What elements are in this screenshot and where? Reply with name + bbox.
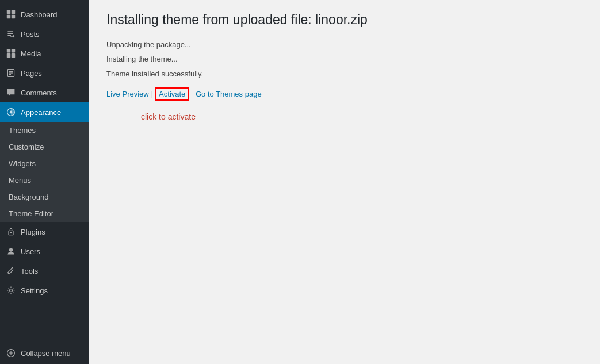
sidebar-sub-widgets[interactable]: Widgets — [0, 155, 89, 172]
message-install: Installing the theme... — [106, 53, 583, 65]
collapse-label: Collapse menu — [21, 349, 71, 358]
pages-label: Pages — [21, 69, 42, 78]
settings-icon — [6, 285, 16, 296]
sidebar-sub-theme-editor[interactable]: Theme Editor — [0, 205, 89, 222]
users-label: Users — [21, 247, 40, 256]
sidebar-item-appearance[interactable]: Appearance — [0, 102, 89, 122]
plugins-label: Plugins — [21, 228, 45, 236]
tools-label: Tools — [21, 267, 38, 275]
svg-point-13 — [10, 111, 13, 114]
sidebar-sub-menus[interactable]: Menus — [0, 172, 89, 189]
media-label: Media — [21, 49, 41, 58]
media-icon — [6, 48, 16, 59]
sidebar-sub-themes[interactable]: Themes — [0, 122, 89, 139]
dashboard-label: Dashboard — [21, 10, 58, 19]
plugins-icon — [6, 227, 16, 237]
appearance-label: Appearance — [21, 108, 61, 117]
svg-point-16 — [9, 248, 13, 251]
posts-label: Posts — [21, 30, 40, 39]
sidebar-item-pages[interactable]: Pages — [0, 63, 89, 83]
dashboard-icon — [6, 9, 16, 20]
sidebar-item-tools[interactable]: Tools — [0, 261, 89, 281]
page-title: Installing theme from uploaded file: lin… — [106, 12, 583, 29]
svg-rect-7 — [12, 53, 15, 58]
svg-point-17 — [10, 289, 13, 292]
sidebar-item-media[interactable]: Media — [0, 44, 89, 63]
sidebar-item-comments[interactable]: Comments — [0, 83, 89, 102]
pages-icon — [6, 68, 16, 78]
svg-rect-6 — [7, 53, 10, 58]
svg-rect-5 — [12, 49, 15, 53]
message-success: Theme installed successfully. — [106, 68, 583, 80]
posts-icon — [6, 29, 16, 39]
svg-rect-4 — [7, 49, 10, 53]
sidebar: Dashboard Posts Media Pages Comments — [0, 0, 89, 364]
click-hint: click to activate — [141, 112, 583, 121]
go-to-themes-link[interactable]: Go to Themes page — [196, 90, 262, 98]
main-content: Installing theme from uploaded file: lin… — [89, 0, 600, 364]
sidebar-sub-customize[interactable]: Customize — [0, 139, 89, 155]
users-icon — [6, 246, 16, 256]
activate-link-box[interactable]: Activate — [155, 87, 189, 101]
svg-rect-2 — [7, 15, 10, 18]
collapse-menu[interactable]: Collapse menu — [0, 342, 89, 364]
svg-rect-1 — [12, 10, 15, 14]
tools-icon — [6, 266, 16, 276]
svg-rect-3 — [12, 15, 15, 18]
comments-icon — [6, 87, 16, 98]
appearance-submenu: Themes Customize Widgets Menus Backgroun… — [0, 122, 89, 222]
sidebar-item-dashboard[interactable]: Dashboard — [0, 5, 89, 24]
activate-link[interactable]: Activate — [159, 90, 185, 98]
appearance-icon — [6, 107, 16, 117]
install-messages: Unpacking the package... Installing the … — [106, 39, 583, 80]
sidebar-sub-background[interactable]: Background — [0, 189, 89, 205]
sidebar-item-settings[interactable]: Settings — [0, 281, 89, 300]
link-separator2 — [191, 90, 193, 98]
link-separator: | — [151, 90, 153, 98]
svg-rect-0 — [7, 10, 10, 14]
collapse-icon — [6, 348, 16, 358]
action-links: Live Preview | Activate Go to Themes pag… — [106, 87, 583, 101]
settings-label: Settings — [21, 286, 48, 295]
sidebar-item-posts[interactable]: Posts — [0, 24, 89, 44]
sidebar-item-users[interactable]: Users — [0, 242, 89, 261]
sidebar-item-plugins[interactable]: Plugins — [0, 222, 89, 242]
message-unpack: Unpacking the package... — [106, 39, 583, 51]
comments-label: Comments — [21, 89, 57, 97]
live-preview-link[interactable]: Live Preview — [106, 90, 149, 98]
